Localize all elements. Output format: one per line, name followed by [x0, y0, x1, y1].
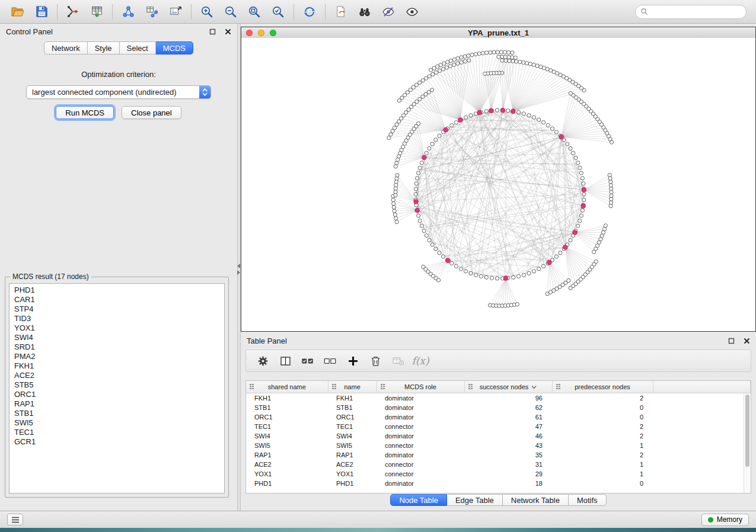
tab-mcds[interactable]: MCDS	[156, 41, 193, 55]
mcds-result-item[interactable]: PMA2	[14, 352, 219, 361]
mcds-result-item[interactable]: SRD1	[14, 342, 219, 352]
zoom-fit-button[interactable]	[243, 2, 266, 21]
table-row[interactable]: FKH1FKH1dominator962	[246, 393, 751, 403]
function-builder-button[interactable]: f(x)	[411, 352, 430, 370]
criterion-dropdown[interactable]: largest connected component (undirected)	[26, 85, 211, 99]
table-mode-button[interactable]	[253, 352, 272, 370]
save-session-button[interactable]	[30, 2, 53, 21]
mcds-result-item[interactable]: RAP1	[14, 399, 219, 409]
zoom-in-button[interactable]	[195, 2, 219, 21]
network-title: YPA_prune.txt_1	[241, 28, 755, 37]
close-panel-icon[interactable]	[744, 338, 750, 344]
menu-button[interactable]	[7, 514, 23, 525]
mcds-result-item[interactable]: YOX1	[14, 323, 219, 333]
maximize-window-icon[interactable]	[270, 30, 276, 36]
tab-select[interactable]: Select	[120, 41, 156, 55]
mcds-result-item[interactable]: STB5	[14, 380, 219, 390]
mcds-result-list[interactable]: PHD1CAR1STP4TID3YOX1SWI4SRD1PMA2FKH1ACE2…	[9, 283, 225, 493]
toolbar-separator	[294, 4, 294, 20]
mcds-result-item[interactable]: SWI4	[14, 333, 219, 342]
column-header-name[interactable]: name	[328, 381, 377, 393]
column-header-successor-nodes[interactable]: successor nodes	[464, 381, 552, 393]
tab-style[interactable]: Style	[88, 41, 120, 55]
network-canvas[interactable]	[241, 38, 755, 331]
tab-edge-table[interactable]: Edge Table	[447, 494, 503, 506]
network-from-table-button[interactable]	[140, 2, 164, 21]
import-network-button[interactable]	[61, 2, 85, 21]
mcds-result-item[interactable]: CAR1	[14, 295, 219, 305]
tab-node-table[interactable]: Node Table	[390, 494, 447, 506]
mcds-result-item[interactable]: SWI5	[14, 418, 219, 428]
open-file-button[interactable]	[6, 2, 30, 21]
tab-network-table[interactable]: Network Table	[503, 494, 569, 506]
minimize-window-icon[interactable]	[258, 30, 264, 36]
mcds-result-item[interactable]: STB1	[14, 409, 219, 418]
zoom-selected-button[interactable]	[266, 2, 290, 21]
table-row[interactable]: PHD1PHD1dominator180	[246, 479, 751, 488]
control-panel: Control Panel NetworkStyleSelectMCDS Opt…	[0, 24, 237, 511]
column-header-MCDS-role[interactable]: MCDS role	[377, 381, 464, 393]
close-panel-button[interactable]: Close panel	[122, 106, 181, 119]
delete-column-button[interactable]	[366, 352, 385, 370]
close-window-icon[interactable]	[246, 30, 253, 36]
memory-button[interactable]: Memory	[701, 514, 749, 526]
columns-icon	[279, 355, 292, 367]
network-window: YPA_prune.txt_1	[241, 27, 756, 332]
eye-icon	[405, 5, 419, 19]
table-row[interactable]: SWI4SWI4dominator462	[246, 431, 751, 441]
select-all-button[interactable]	[298, 352, 317, 370]
splitter-collapse-icons[interactable]	[237, 264, 240, 275]
mcds-result-item[interactable]: TEC1	[14, 428, 219, 437]
table-panel-title: Table Panel	[247, 336, 287, 345]
mcds-result-item[interactable]: FKH1	[14, 361, 219, 371]
import-table-button[interactable]	[85, 2, 109, 21]
float-panel-icon[interactable]	[209, 28, 216, 35]
mcds-result-item[interactable]: TID3	[14, 314, 219, 323]
export-image-button[interactable]	[164, 2, 187, 21]
column-header-predecessor-nodes[interactable]: predecessor nodes	[552, 381, 653, 393]
application-window: Control Panel NetworkStyleSelectMCDS Opt…	[0, 0, 756, 532]
mcds-result-item[interactable]: PHD1	[14, 286, 219, 295]
hide-selected-button[interactable]	[377, 2, 400, 21]
network-graph[interactable]	[241, 38, 755, 331]
column-header-shared-name[interactable]: shared name	[246, 381, 328, 393]
export-image-icon	[169, 5, 183, 18]
table-row[interactable]: STB1STB1dominator620	[246, 403, 751, 412]
mcds-result-item[interactable]: ORC1	[14, 390, 219, 399]
collapse-left-icon[interactable]	[237, 264, 240, 268]
mcds-result-item[interactable]: ACE2	[14, 371, 219, 380]
zoom-in-icon	[200, 5, 214, 19]
find-button[interactable]	[353, 2, 377, 21]
show-all-button[interactable]	[400, 2, 424, 21]
network-icon	[122, 5, 135, 18]
refresh-layout-button[interactable]	[298, 2, 321, 21]
table-row[interactable]: ACE2ACE2connector311	[246, 460, 751, 469]
expand-right-icon[interactable]	[237, 270, 240, 275]
run-mcds-button[interactable]: Run MCDS	[56, 106, 114, 119]
show-columns-button[interactable]	[276, 352, 295, 370]
delete-table-button[interactable]	[388, 352, 407, 370]
table-row[interactable]: ORC1ORC1dominator610	[246, 412, 751, 422]
table-row[interactable]: YOX1YOX1connector291	[246, 469, 751, 479]
add-column-button[interactable]	[343, 352, 362, 370]
toolbar-separator	[57, 4, 58, 20]
zoom-out-button[interactable]	[219, 2, 243, 21]
mcds-result-item[interactable]: GCR1	[14, 437, 219, 447]
mcds-result-item[interactable]: STP4	[14, 305, 219, 314]
table-header-row: shared namenameMCDS rolesuccessor nodesp…	[246, 381, 751, 393]
float-panel-icon[interactable]	[728, 338, 735, 344]
trash-icon	[369, 355, 382, 367]
optimization-criterion-label: Optimization criterion:	[0, 70, 237, 79]
new-network-button[interactable]	[116, 2, 140, 21]
clone-network-button[interactable]	[329, 2, 353, 21]
table-row[interactable]: RAP1RAP1dominator352	[246, 450, 751, 460]
search-input[interactable]	[651, 7, 741, 17]
table-scrollbar[interactable]	[744, 393, 751, 493]
tab-network[interactable]: Network	[44, 41, 88, 55]
deselect-all-button[interactable]	[321, 352, 340, 370]
scrollbar-thumb[interactable]	[745, 395, 749, 467]
close-panel-icon[interactable]	[225, 28, 231, 35]
table-row[interactable]: TEC1TEC1connector472	[246, 422, 751, 431]
tab-motifs[interactable]: Motifs	[569, 494, 607, 506]
table-row[interactable]: SWI5SWI5connector431	[246, 441, 751, 450]
